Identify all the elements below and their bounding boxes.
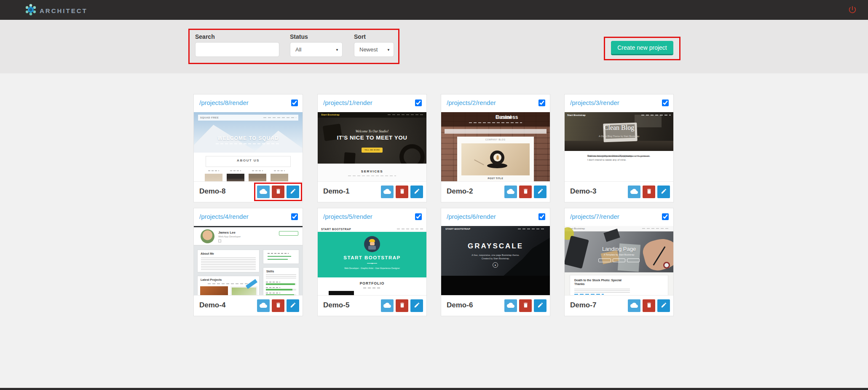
status-select[interactable]: All ▼ [290,42,343,57]
thumb-link-line [574,294,604,295]
publish-button[interactable] [504,186,517,198]
edit-button[interactable] [287,299,299,312]
freelancer-avatar [364,236,380,252]
project-select-checkbox[interactable] [538,100,545,106]
project-render-link[interactable]: /projects/4/render [199,213,249,220]
delete-button[interactable] [396,186,408,198]
logout-power-button[interactable] [847,5,857,15]
card-footer: Demo-8 [194,181,303,202]
caret-down-icon: ▼ [387,48,390,51]
thumb-brand: Start Bootstrap [567,114,586,116]
project-render-link[interactable]: /projects/3/render [570,99,619,106]
card-header: /projects/8/render [194,94,303,112]
project-card-demo-1: /projects/1/render Start Bootstrap Welco… [317,94,427,202]
social-buttons [565,258,673,262]
project-render-link[interactable]: /projects/1/render [323,99,372,106]
project-photo [200,286,228,296]
card-footer: Demo-2 [441,181,550,202]
cloud-icon [630,188,638,196]
project-thumbnail[interactable]: START BOOTSTRAP START BOOTSTRAP ✦ Web De… [318,226,426,296]
thumb-section-title: PORTFOLIO [318,281,426,285]
edit-button[interactable] [287,186,299,198]
project-select-checkbox[interactable] [291,213,298,220]
thumb-brand: START BOOTSTRAP [321,228,351,231]
edit-button[interactable] [534,186,547,198]
card-footer: Demo-5 [318,295,426,316]
cloud-icon [260,301,267,310]
project-name: Demo-4 [199,301,225,309]
publish-button[interactable] [628,186,640,198]
architect-logo-icon [24,3,37,18]
publish-button[interactable] [504,299,517,312]
search-input[interactable] [195,42,279,57]
edit-button[interactable] [410,299,423,312]
publish-button[interactable] [381,186,394,198]
thumb-person-role: Web App Developer [218,235,241,238]
trash-icon [275,302,281,309]
thumb-menu [642,228,670,229]
publish-button[interactable] [257,299,270,312]
publish-button[interactable] [257,186,270,198]
delete-button[interactable] [272,186,284,198]
project-select-checkbox[interactable] [538,213,545,220]
project-select-checkbox[interactable] [291,100,298,106]
project-render-link[interactable]: /projects/6/render [447,213,496,220]
project-thumbnail[interactable]: SQUAD FREE WELCOME TO SQUAD ABOUT US [194,112,303,182]
delete-button[interactable] [396,299,408,312]
create-highlight-box: Create new project [604,37,680,60]
project-render-link[interactable]: /projects/7/render [570,213,619,220]
delete-button[interactable] [519,186,532,198]
thumb-section-title: SERVICES [318,169,426,173]
project-card-demo-5: /projects/5/render START BOOTSTRAP START… [317,208,427,316]
pencil-icon [290,188,296,196]
project-card-demo-3: /projects/3/render Start Bootstrap Clean… [564,94,674,202]
thumb-hero-subtitle: A Template by Start Bootstrap [565,253,673,256]
delete-button[interactable] [643,299,655,312]
sort-select[interactable]: Newest ▼ [354,42,394,57]
project-select-checkbox[interactable] [415,213,422,220]
card-actions [504,186,547,198]
card-header: /projects/1/render [318,94,426,112]
project-thumbnail[interactable]: Start Bootstrap Clean Blog A Clean Blog … [565,112,673,182]
thumb-brand: SQUAD FREE [200,116,219,119]
delete-button[interactable] [519,299,532,312]
card-actions-highlighted [257,186,299,198]
thumb-hero-title: Landing Page [565,246,673,252]
edit-button[interactable] [657,186,670,198]
publish-button[interactable] [628,299,640,312]
edit-button[interactable] [657,299,670,312]
pencil-icon [414,188,420,196]
create-new-project-button[interactable]: Create new project [611,41,673,55]
project-card-demo-7: /projects/7/render Start Bootstrap Landi… [564,208,674,316]
project-name: Demo-6 [447,301,473,309]
pencil-icon [537,188,544,196]
brand-name: ARCHITECT [40,7,88,14]
project-select-checkbox[interactable] [662,213,669,220]
thumb-menu [388,114,423,115]
project-render-link[interactable]: /projects/5/render [323,213,372,220]
project-render-link[interactable]: /projects/2/render [447,99,496,106]
project-thumbnail[interactable]: Start Bootstrap Welcome To Our Studio! I… [318,112,426,182]
project-render-link[interactable]: /projects/8/render [199,99,249,106]
project-thumbnail[interactable]: Start Bootstrap Landing Page A Template … [565,226,673,296]
delete-button[interactable] [643,186,655,198]
trash-icon [399,188,405,196]
thumb-hero-title: START BOOTSTRAP [318,255,426,260]
project-thumbnail[interactable]: BusinessCasual COMPANY BLOG POST TITLE [441,112,550,182]
publish-button[interactable] [381,299,394,312]
edit-button[interactable] [410,186,423,198]
project-select-checkbox[interactable] [415,100,422,106]
project-select-checkbox[interactable] [662,100,669,106]
thumb-hero-title: GRAYSCALE [441,242,550,250]
card-header: /projects/6/render [441,208,550,226]
edit-button[interactable] [534,299,547,312]
tablet-shape [565,236,589,269]
project-thumbnail[interactable]: James Lee Web App Developer About Me Lat… [194,226,303,296]
brand[interactable]: ARCHITECT [24,3,88,18]
delete-button[interactable] [272,299,284,312]
project-thumbnail[interactable]: START BOOTSTRAP GRAYSCALE A free, respon… [441,226,550,296]
card-header: /projects/3/render [565,94,673,112]
thumb-menu [518,229,546,229]
card-footer: Demo-6 [441,295,550,316]
thumb-hero-title: WELCOME TO SQUAD [194,135,303,141]
